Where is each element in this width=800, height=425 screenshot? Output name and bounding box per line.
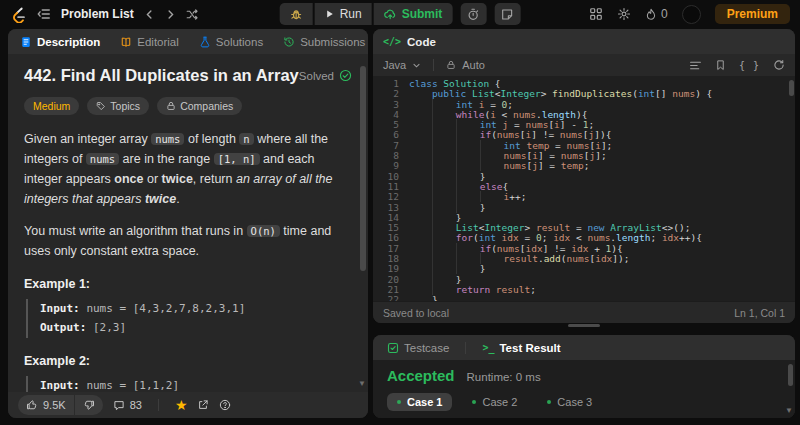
problem-list-menu-icon[interactable] [37,7,51,21]
leetcode-logo[interactable] [10,6,27,23]
like-button[interactable]: 9.5K [18,395,74,415]
case-dot [472,400,476,404]
bold-italic-text: twice [145,192,176,206]
cursor-position[interactable]: Ln 1, Col 1 [734,307,785,319]
result-scrollbar[interactable] [788,364,793,386]
description-content: 442. Find All Duplicates in an Array Sol… [8,54,368,392]
inline-code: nums [86,153,119,165]
problem-title: 442. Find All Duplicates in an Array [24,66,299,85]
tab-testcase[interactable]: Testcase [383,342,453,354]
check-square-icon [387,342,399,354]
text-segment: or [144,172,162,186]
result-panel-header: Testcase >_ Test Result [373,335,795,360]
format-code-icon[interactable] [689,59,702,72]
topics-badge[interactable]: Topics [87,97,149,115]
divider [158,399,159,411]
like-count: 9.5K [43,399,66,411]
right-column: </> Code Java Auto { } [373,29,795,418]
code-line-content: } [399,295,438,301]
line-number: 22 [373,295,399,301]
history-icon [283,36,295,48]
code-editor[interactable]: 1class Solution {2 public List<Integer> … [373,76,795,301]
submit-label: Submit [402,7,443,21]
description-scrollbar[interactable] [360,66,366,271]
thumbs-up-icon [26,399,38,411]
avatar[interactable] [682,5,701,24]
auto-toggle[interactable]: Auto [462,59,485,71]
feedback-button[interactable] [219,399,231,411]
tab-solutions[interactable]: Solutions [195,36,267,48]
text-segment: of length [184,132,239,146]
editor-toolbar: Java Auto { } [373,54,795,76]
case-1-tab[interactable]: Case 1 [387,393,452,411]
scroll-down-arrow[interactable]: ▼ [358,380,366,388]
code-panel-header: </> Code [373,29,795,54]
runtime-label: Runtime: 0 ms [467,371,541,383]
next-problem-icon[interactable] [165,9,176,20]
code-line[interactable]: 22 } [373,295,795,301]
case-dot [547,400,551,404]
code-panel-title: Code [407,36,436,48]
favorite-star-icon[interactable]: ★ [175,398,188,412]
constraint-statement: You must write an algorithm that runs in… [24,221,352,261]
top-bar: Problem List Run [0,0,800,28]
result-content: Accepted Runtime: 0 ms Case 1 Case 2 Cas… [373,360,795,418]
prev-problem-icon[interactable] [144,9,155,20]
reset-code-icon[interactable] [773,59,785,71]
bold-text: twice [162,172,193,186]
bookmark-icon[interactable] [715,59,726,71]
case-tabs: Case 1 Case 2 Case 3 [387,393,781,411]
lock-icon [166,101,176,111]
notes-button[interactable] [494,3,520,25]
comment-icon [113,399,125,411]
language-selector[interactable]: Java [383,59,406,71]
document-icon [20,36,32,48]
run-button[interactable]: Run [315,3,372,25]
shuffle-icon[interactable] [186,8,199,21]
auto-lock-icon [446,60,456,70]
tab-submissions[interactable]: Submissions [279,36,368,48]
comments-button[interactable]: 83 [113,399,142,411]
premium-button[interactable]: Premium [715,4,790,24]
editor-scrollbar[interactable] [789,80,794,96]
timer-button[interactable] [460,3,486,25]
tab-description[interactable]: Description [16,36,104,48]
check-circle-icon [339,69,352,82]
companies-badge[interactable]: Companies [157,97,242,115]
example-2-block: Input: nums = [1,1,2] Output: [1] [26,376,352,392]
braces-icon[interactable]: { } [739,60,760,71]
description-tab-bar: Description Editorial Solutions [8,29,368,54]
help-icon [219,399,231,411]
comment-count: 83 [130,399,142,411]
apps-grid-icon[interactable] [589,7,603,21]
description-footer: 9.5K 83 ★ [8,392,368,418]
tab-editorial[interactable]: Editorial [116,36,183,48]
code-panel: </> Code Java Auto { } [373,29,795,323]
chevron-down-icon [412,61,421,70]
streak-counter[interactable]: 0 [645,7,668,21]
editor-statusbar: Saved to local Ln 1, Col 1 [373,301,795,323]
debug-button[interactable] [280,3,313,25]
bold-text: once [114,172,143,186]
inline-code: n [239,133,253,145]
problem-list-label[interactable]: Problem List [61,7,134,21]
difficulty-badge[interactable]: Medium [24,97,79,115]
dislike-button[interactable] [75,395,103,415]
text-segment: You must write an algorithm that runs in [24,224,247,238]
run-label: Run [340,7,362,21]
share-button[interactable] [197,399,209,411]
divider [433,59,434,71]
settings-gear-icon[interactable] [617,7,631,21]
description-panel: Description Editorial Solutions [8,29,368,418]
submit-button[interactable]: Submit [374,3,453,25]
result-scroll-down-arrow[interactable]: ▼ [785,407,793,415]
inline-code: [1, n] [214,153,260,165]
example-1-title: Example 1: [24,277,352,291]
tab-test-result[interactable]: >_ Test Result [478,342,564,354]
case-3-tab[interactable]: Case 3 [537,393,602,411]
case-2-tab[interactable]: Case 2 [462,393,527,411]
inline-code: nums [151,133,184,145]
problem-statement: Given an integer array nums of length n … [24,129,352,209]
badge-row: Medium Topics Companies [24,97,352,115]
terminal-icon: >_ [482,342,494,353]
